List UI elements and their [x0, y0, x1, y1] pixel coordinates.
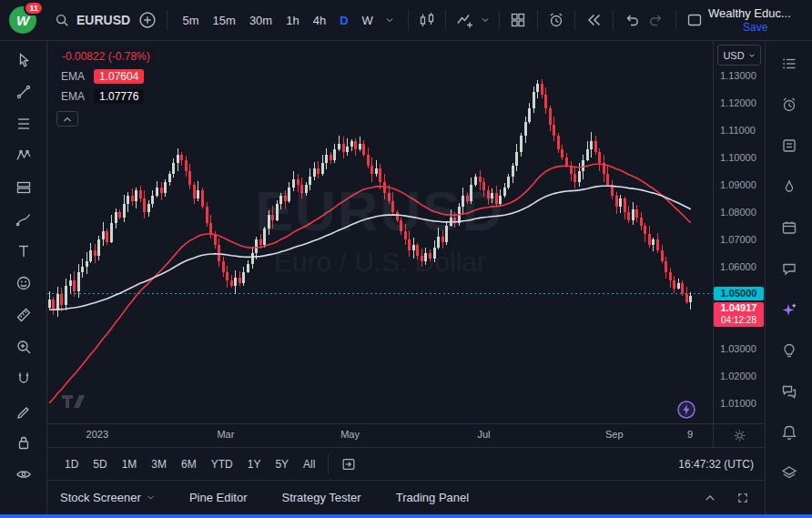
price-tick: 1.10000	[720, 152, 756, 163]
range-6m[interactable]: 6M	[175, 454, 203, 474]
level-price-label: 1.05000	[714, 287, 764, 300]
account-block: Wealthy Educ... Save	[708, 6, 805, 34]
notifications-icon[interactable]	[776, 419, 803, 446]
ideas-icon[interactable]	[776, 337, 803, 364]
undo-icon[interactable]	[620, 6, 643, 34]
divider	[167, 10, 167, 30]
chevron-down-icon	[748, 52, 756, 59]
indicators-chevron-icon[interactable]	[479, 6, 492, 34]
brush-tool-icon[interactable]	[9, 205, 38, 234]
account-name: Wealthy Educ...	[708, 6, 791, 21]
right-sidebar	[765, 41, 812, 514]
timeframe-4h[interactable]: 4h	[307, 11, 332, 30]
cursor-tool-icon[interactable]	[9, 46, 38, 75]
ema-fast-label[interactable]: EMA	[56, 68, 89, 85]
range-1m[interactable]: 1M	[116, 454, 144, 474]
object-tree-icon[interactable]	[776, 460, 803, 487]
journal-icon[interactable]	[776, 132, 803, 159]
app-logo[interactable]: W 11	[9, 6, 36, 34]
time-tick: Jul	[478, 429, 491, 440]
alerts-icon[interactable]	[776, 91, 803, 118]
price-tick: 1.02000	[720, 371, 756, 381]
divider	[499, 10, 500, 30]
browser-edge-strip	[0, 514, 812, 518]
save-button[interactable]: Save	[743, 21, 767, 34]
goto-date-icon[interactable]	[335, 451, 362, 478]
price-axis[interactable]: USD 1.130001.120001.110001.100001.090001…	[713, 41, 765, 423]
text-tool-icon[interactable]	[9, 237, 38, 266]
watchlist-icon[interactable]	[776, 50, 803, 77]
timeframe-15m[interactable]: 15m	[207, 11, 242, 30]
timeframe-1d[interactable]: D	[333, 11, 354, 30]
timeframe-1h[interactable]: 1h	[279, 11, 305, 30]
timeframe-menu-chevron-icon[interactable]	[381, 6, 399, 34]
zoom-tool-icon[interactable]	[9, 332, 38, 361]
boost-button[interactable]	[676, 400, 696, 420]
time-tick: Sep	[605, 429, 624, 440]
range-all[interactable]: All	[297, 454, 321, 474]
tradingview-app: W 11 EURUSD 5m 15m 30m 1h 4h D W	[0, 0, 812, 518]
draw-tool-icon[interactable]	[9, 396, 38, 425]
indicators-icon[interactable]	[453, 6, 476, 34]
timeframe-1w[interactable]: W	[356, 11, 380, 30]
price-tick: 1.09000	[720, 179, 756, 190]
tab-pine-editor[interactable]: Pine Editor	[189, 491, 248, 504]
main-area: EURUSD Euro / U.S. Dollar -0.00822 (-0.7…	[0, 41, 812, 514]
chart-type-candles-icon[interactable]	[416, 6, 439, 34]
panel-maximize-icon[interactable]	[734, 489, 752, 507]
price-tick: 1.11000	[720, 125, 756, 136]
timeframe-30m[interactable]: 30m	[243, 11, 279, 30]
range-1y[interactable]: 1Y	[241, 454, 268, 474]
tradingview-logo[interactable]	[60, 392, 87, 411]
ema-slow-label[interactable]: EMA	[56, 88, 89, 105]
panel-collapse-icon[interactable]	[701, 489, 719, 507]
divider	[675, 10, 676, 30]
utc-clock[interactable]: 16:47:32 (UTC)	[678, 458, 754, 471]
multichart-layout-icon[interactable]	[507, 6, 530, 34]
bar-replay-icon[interactable]	[583, 6, 605, 34]
trend-line-tool-icon[interactable]	[9, 77, 38, 107]
symbol-search-button[interactable]: EURUSD	[50, 10, 134, 30]
emoji-tool-icon[interactable]	[9, 269, 38, 298]
range-3m[interactable]: 3M	[145, 454, 173, 474]
tab-strategy-tester[interactable]: Strategy Tester	[281, 491, 360, 504]
calendar-icon[interactable]	[776, 214, 803, 241]
tab-trading-panel[interactable]: Trading Panel	[396, 491, 469, 504]
bar-countdown: 04:12:28	[721, 315, 756, 326]
save-layout-icon[interactable]	[683, 6, 705, 34]
redo-icon[interactable]	[645, 6, 668, 34]
pattern-tool-icon[interactable]	[9, 141, 38, 170]
time-axis-row: 2023MarMayJulSep9	[47, 423, 765, 447]
price-tick: 1.13000	[720, 70, 756, 81]
measure-tool-icon[interactable]	[9, 300, 38, 330]
magnet-tool-icon[interactable]	[9, 364, 38, 393]
divider	[537, 10, 538, 30]
currency-dropdown[interactable]: USD	[717, 45, 761, 66]
fib-retracement-tool-icon[interactable]	[9, 109, 38, 138]
add-symbol-button[interactable]	[137, 6, 159, 34]
projection-tool-icon[interactable]	[9, 173, 38, 202]
price-tick: 1.06000	[720, 261, 756, 272]
range-5y[interactable]: 5Y	[269, 454, 295, 474]
lock-tool-icon[interactable]	[9, 428, 38, 457]
range-5d[interactable]: 5D	[86, 454, 113, 474]
alert-icon[interactable]	[545, 6, 568, 34]
range-ytd[interactable]: YTD	[205, 454, 239, 474]
hide-drawings-icon[interactable]	[9, 460, 38, 489]
divider	[445, 10, 446, 30]
time-axis[interactable]: 2023MarMayJulSep9	[47, 424, 713, 447]
price-scale: 1.130001.120001.110001.100001.090001.080…	[714, 41, 765, 423]
axis-settings-corner[interactable]	[713, 424, 765, 447]
price-chart[interactable]: EURUSD Euro / U.S. Dollar -0.00822 (-0.7…	[47, 41, 713, 423]
range-1d[interactable]: 1D	[58, 454, 85, 474]
timeframe-5m[interactable]: 5m	[177, 11, 206, 30]
tab-stock-screener[interactable]: Stock Screener	[60, 491, 155, 504]
legend-collapse-button[interactable]	[56, 111, 78, 127]
ai-sparkle-icon[interactable]	[776, 296, 803, 323]
chat-icon[interactable]	[776, 255, 803, 282]
gear-icon[interactable]	[732, 428, 747, 443]
hotlists-icon[interactable]	[776, 173, 803, 200]
community-chat-icon[interactable]	[776, 378, 803, 405]
time-tick: 2023	[86, 429, 108, 440]
divider	[408, 10, 409, 30]
